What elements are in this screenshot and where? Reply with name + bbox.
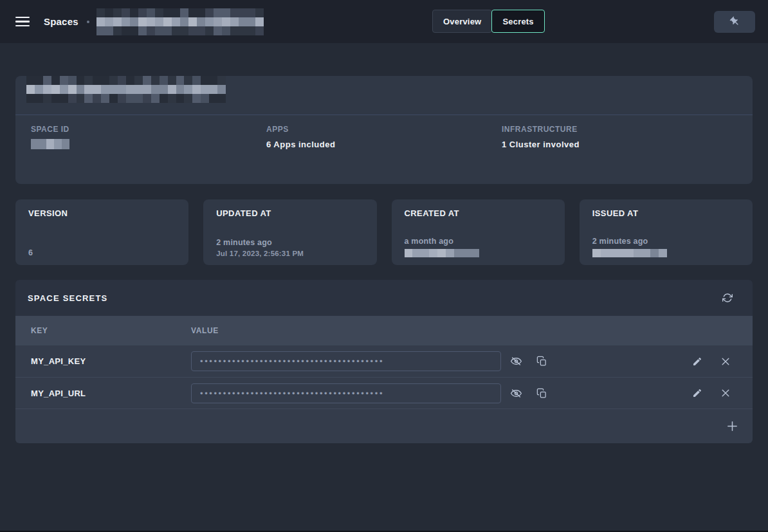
field-label: APPS	[266, 125, 502, 134]
stat-value: 2 minutes ago	[592, 237, 740, 246]
close-icon	[720, 356, 731, 367]
secrets-panel-header: SPACE SECRETS	[15, 280, 753, 316]
redacted-space-id-value	[31, 139, 69, 149]
page-title: Spaces	[44, 16, 78, 27]
redacted-breadcrumb	[96, 8, 264, 35]
stat-label: UPDATED AT	[216, 208, 363, 218]
copy-icon	[536, 356, 547, 367]
column-header-value: VALUE	[191, 326, 219, 335]
pin-button[interactable]	[714, 11, 755, 33]
view-tabs: Overview Secrets	[432, 10, 545, 33]
hamburger-icon	[15, 17, 30, 19]
copy-secret-button[interactable]	[533, 353, 551, 371]
field-label: INFRASTRUCTURE	[502, 125, 737, 134]
space-info-fields: SPACE ID APPS 6 Apps included INFRASTRUC…	[15, 115, 753, 149]
tab-secrets[interactable]: Secrets	[491, 10, 544, 33]
stat-card-updated-at: UPDATED AT 2 minutes ago Jul 17, 2023, 2…	[203, 199, 376, 265]
space-secrets-panel: SPACE SECRETS KEY VALUE MY_API_KEY	[15, 280, 753, 443]
secret-value-input[interactable]	[191, 383, 501, 403]
delete-secret-button[interactable]	[717, 384, 735, 402]
table-row: MY_API_URL	[15, 377, 753, 408]
top-bar: Spaces Overview Secrets	[0, 0, 768, 43]
plus-icon	[726, 420, 738, 432]
field-space-id: SPACE ID	[31, 125, 266, 149]
pencil-icon	[692, 356, 702, 367]
copy-icon	[536, 388, 547, 399]
redacted-created-date	[405, 249, 479, 257]
stat-value: 6	[28, 248, 176, 257]
toggle-secret-visibility-button[interactable]	[507, 353, 525, 371]
secrets-table-footer	[15, 408, 753, 443]
close-icon	[720, 388, 731, 398]
toggle-secret-visibility-button[interactable]	[507, 384, 525, 402]
stat-timestamp: Jul 17, 2023, 2:56:31 PM	[216, 250, 363, 257]
breadcrumb-dot	[87, 21, 89, 23]
redacted-space-title	[26, 76, 226, 103]
column-header-key: KEY	[31, 326, 191, 335]
stat-value: 2 minutes ago	[216, 238, 363, 247]
redacted-issued-date	[592, 249, 667, 257]
field-apps: APPS 6 Apps included	[266, 125, 502, 149]
add-secret-button[interactable]	[723, 417, 741, 436]
copy-secret-button[interactable]	[533, 384, 551, 402]
stat-card-version: VERSION 6	[15, 199, 188, 265]
field-value: 6 Apps included	[266, 140, 502, 149]
stat-label: CREATED AT	[405, 208, 552, 218]
refresh-icon	[722, 293, 733, 303]
secret-key: MY_API_URL	[31, 389, 191, 398]
main-content: SPACE ID APPS 6 Apps included INFRASTRUC…	[0, 43, 768, 443]
eye-off-icon	[510, 387, 522, 399]
stat-label: VERSION	[28, 208, 176, 218]
delete-secret-button[interactable]	[717, 353, 735, 371]
secret-key: MY_API_KEY	[31, 356, 191, 366]
pencil-icon	[692, 388, 702, 398]
page: Spaces Overview Secrets SPACE ID APP	[0, 0, 768, 532]
stat-cards: VERSION 6 UPDATED AT 2 minutes ago Jul 1…	[15, 199, 753, 265]
field-value: 1 Cluster involved	[502, 140, 737, 149]
space-info-card: SPACE ID APPS 6 Apps included INFRASTRUC…	[15, 76, 753, 184]
stat-card-issued-at: ISSUED AT 2 minutes ago	[580, 199, 753, 265]
tab-overview[interactable]: Overview	[432, 10, 492, 33]
pin-icon	[727, 14, 742, 29]
eye-off-icon	[510, 355, 522, 367]
secrets-table-header: KEY VALUE	[15, 316, 753, 345]
table-row: MY_API_KEY	[15, 345, 753, 377]
stat-label: ISSUED AT	[592, 208, 740, 218]
secrets-title: SPACE SECRETS	[28, 293, 107, 303]
row-actions	[688, 384, 735, 402]
secret-value-input[interactable]	[191, 351, 501, 371]
field-label: SPACE ID	[31, 125, 266, 134]
edit-secret-button[interactable]	[688, 384, 706, 402]
menu-button[interactable]	[14, 14, 31, 30]
stat-card-created-at: CREATED AT a month ago	[392, 199, 565, 265]
row-actions	[688, 353, 735, 371]
edit-secret-button[interactable]	[688, 353, 706, 371]
refresh-secrets-button[interactable]	[718, 289, 736, 307]
stat-value: a month ago	[405, 237, 552, 246]
field-infrastructure: INFRASTRUCTURE 1 Cluster involved	[502, 125, 737, 149]
